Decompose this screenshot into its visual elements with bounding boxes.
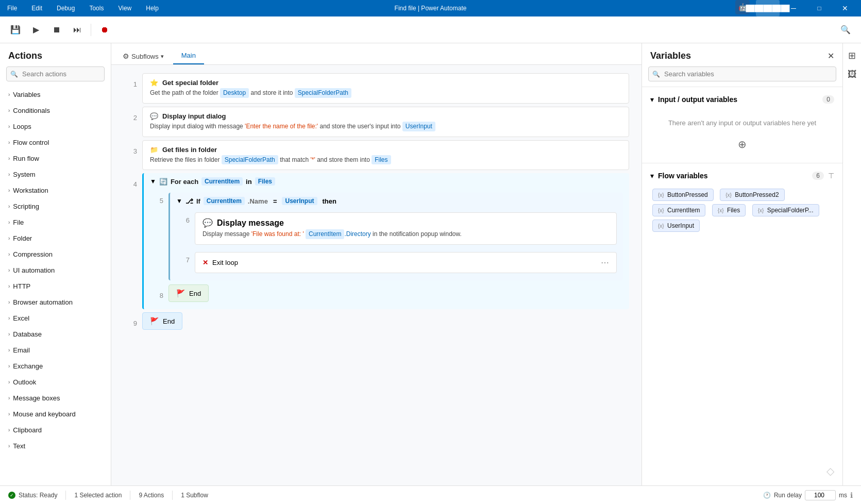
chevron-right-icon: ›	[8, 379, 10, 385]
more-options-icon[interactable]: ⋯	[601, 258, 609, 267]
search-button[interactable]: 🔍	[836, 21, 855, 39]
step-card-9[interactable]: 🚩 End	[142, 312, 182, 330]
maximize-button[interactable]: □	[807, 0, 831, 16]
step-card-2[interactable]: 💬 Display input dialog Display input dia…	[142, 107, 629, 137]
menu-view[interactable]: View	[115, 3, 134, 14]
close-button[interactable]: ✕	[833, 0, 857, 16]
action-item-loops[interactable]: › Loops	[0, 119, 111, 135]
foreach-keyword: For each	[171, 178, 198, 186]
action-item-folder[interactable]: › Folder	[0, 230, 111, 246]
if-keyword: If	[196, 197, 200, 205]
menu-debug[interactable]: Debug	[54, 3, 78, 14]
action-item-ui-automation[interactable]: › UI automation	[0, 262, 111, 278]
step-card-6[interactable]: 💬 Display message Display message 'File …	[195, 212, 617, 245]
images-side-button[interactable]: 🖼	[844, 66, 860, 82]
if-block[interactable]: ▼ ⎇ If CurrentItem .Name = UserInput the…	[168, 193, 623, 280]
action-item-exchange[interactable]: › Exchange	[0, 358, 111, 374]
stop-button[interactable]: ⏹	[47, 21, 66, 39]
var-chip-buttonpressed[interactable]: {x} ButtonPressed	[652, 189, 714, 201]
action-item-compression[interactable]: › Compression	[0, 246, 111, 262]
filter-icon[interactable]: ⊤	[828, 172, 834, 180]
collapse-icon[interactable]: ▼	[150, 178, 156, 185]
variables-panel: Variables ✕ 🔍 ▾ Input / output variables…	[641, 43, 842, 485]
diamond-icon: ◇	[826, 465, 834, 477]
step-1-desc: Get the path of the folder Desktop and s…	[150, 88, 621, 98]
record-button[interactable]: ⏺	[95, 21, 114, 39]
step-card-7[interactable]: ✕ Exit loop ⋯	[195, 252, 617, 273]
action-item-excel[interactable]: › Excel	[0, 310, 111, 326]
step-card-1[interactable]: ⭐ Get special folder Get the path of the…	[142, 73, 629, 104]
step-card-8[interactable]: 🚩 End	[168, 284, 209, 302]
action-item-conditionals[interactable]: › Conditionals	[0, 103, 111, 119]
canvas-content: 1 ⭐ Get special folder Get the path of t…	[111, 65, 641, 485]
minimize-button[interactable]: ─	[782, 0, 805, 16]
action-item-variables[interactable]: › Variables	[0, 87, 111, 103]
action-item-system[interactable]: › System	[0, 166, 111, 182]
menu-file[interactable]: File	[4, 3, 20, 14]
menu-edit[interactable]: Edit	[28, 3, 45, 14]
add-variable-button[interactable]: ⊕	[735, 137, 750, 152]
io-section-title: Input / output variables	[658, 95, 818, 104]
if-title: ▼ ⎇ If CurrentItem .Name = UserInput the…	[176, 197, 617, 205]
action-item-database[interactable]: › Database	[0, 326, 111, 342]
var-chip-userinput[interactable]: {x} UserInput	[652, 220, 700, 232]
action-item-clipboard[interactable]: › Clipboard	[0, 422, 111, 438]
exit-loop-title: ✕ Exit loop	[202, 259, 238, 266]
actions-search-icon: 🔍	[10, 71, 18, 78]
action-item-run-flow[interactable]: › Run flow	[0, 150, 111, 166]
step-number-5: 5	[150, 190, 168, 205]
variables-search-input[interactable]	[648, 66, 836, 81]
action-item-workstation[interactable]: › Workstation	[0, 182, 111, 198]
var-chip-specialfolderpath[interactable]: {x} SpecialFolderP...	[752, 204, 819, 216]
action-item-scripting[interactable]: › Scripting	[0, 198, 111, 214]
step-button[interactable]: ⏭	[68, 21, 87, 39]
run-button[interactable]: ▶	[27, 21, 45, 39]
statusbar: Status: Ready 1 Selected action 9 Action…	[0, 485, 861, 504]
chevron-right-icon: ›	[8, 283, 10, 289]
chevron-right-icon: ›	[8, 204, 10, 209]
if-collapse-icon[interactable]: ▼	[176, 197, 182, 205]
action-item-email[interactable]: › Email	[0, 342, 111, 358]
chevron-right-icon: ›	[8, 140, 10, 145]
variables-side-button[interactable]: ⊞	[844, 47, 860, 64]
step-number-3: 3	[124, 140, 142, 155]
io-section-header[interactable]: ▾ Input / output variables 0	[642, 92, 842, 107]
action-item-text[interactable]: › Text	[0, 438, 111, 454]
subflows-icon: ⚙	[123, 52, 129, 60]
specialfolderpath-chip-1: SpecialFolderPath	[295, 88, 351, 98]
foreach-title: ▼ 🔄 For each CurrentItem in Files	[150, 177, 623, 186]
action-item-message-boxes[interactable]: › Message boxes	[0, 390, 111, 406]
tab-main[interactable]: Main	[173, 47, 204, 64]
actions-search-input[interactable]	[6, 66, 105, 81]
chevron-right-icon: ›	[8, 267, 10, 273]
step-card-3[interactable]: 📁 Get files in folder Retrieve the files…	[142, 140, 629, 171]
action-item-outlook[interactable]: › Outlook	[0, 374, 111, 390]
var-chip-currentitem[interactable]: {x} CurrentItem	[652, 204, 705, 216]
action-item-http[interactable]: › HTTP	[0, 278, 111, 294]
flow-section-header[interactable]: ▾ Flow variables 6 ⊤	[642, 169, 842, 183]
action-item-mouse-keyboard[interactable]: › Mouse and keyboard	[0, 406, 111, 422]
foreach-block[interactable]: ▼ 🔄 For each CurrentItem in Files 5	[142, 173, 629, 309]
var-chip-files[interactable]: {x} Files	[712, 204, 746, 216]
action-item-file[interactable]: › File	[0, 214, 111, 230]
menu-help[interactable]: Help	[143, 3, 162, 14]
subflows-button[interactable]: ⚙ Subflows ▾	[117, 48, 169, 64]
variables-search-box: 🔍	[648, 66, 836, 81]
run-delay-input[interactable]	[805, 490, 836, 500]
desktop-chip: Desktop	[220, 88, 249, 98]
tabs-bar: ⚙ Subflows ▾ Main	[111, 43, 641, 65]
save-button[interactable]: 💾	[6, 21, 25, 39]
chevron-right-icon: ›	[8, 156, 10, 161]
user-name: ██████████	[756, 0, 780, 16]
variables-close-button[interactable]: ✕	[828, 51, 834, 61]
status-ready: Status: Ready	[8, 492, 57, 499]
chevron-right-icon: ›	[8, 124, 10, 129]
flow-row-5: 5 ▼ ⎇ If CurrentItem .Name	[150, 190, 623, 280]
chevron-right-icon: ›	[8, 411, 10, 417]
flow-chevron-icon: ▾	[650, 172, 654, 180]
action-item-browser-automation[interactable]: › Browser automation	[0, 294, 111, 310]
statusbar-sep-3	[172, 491, 173, 500]
action-item-flow-control[interactable]: › Flow control	[0, 135, 111, 150]
var-chip-buttonpressed2[interactable]: {x} ButtonPressed2	[720, 189, 784, 201]
menu-tools[interactable]: Tools	[86, 3, 107, 14]
